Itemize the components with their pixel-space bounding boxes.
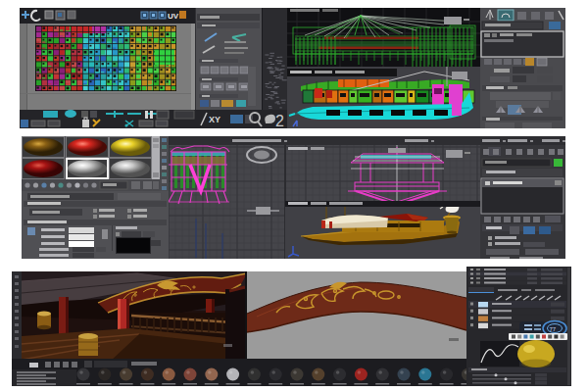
svg-text:UV: UV xyxy=(168,12,179,21)
svg-text:2: 2 xyxy=(275,113,284,128)
svg-text:XY: XY xyxy=(209,115,220,124)
svg-text:77: 77 xyxy=(550,326,557,332)
